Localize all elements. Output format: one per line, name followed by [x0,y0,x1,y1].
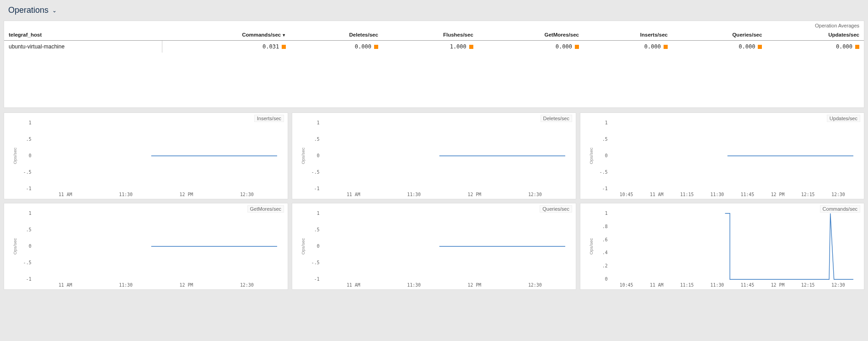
chart-plot: Ops/sec-1-.50.5111 AM11:3012 PM12:30 [292,113,576,199]
y-tick-label: -.5 [311,170,320,175]
status-marker-icon [758,45,762,49]
y-tick-label: -1 [602,186,608,191]
column-header[interactable]: Inserts/sec [584,29,672,41]
x-tick-label: 11:30 [710,192,724,197]
chart-card[interactable]: Queries/secOps/sec-1-.50.5111 AM11:3012 … [292,203,576,290]
y-tick-label: .4 [602,250,608,255]
x-tick-label: 11:30 [407,282,421,288]
column-header[interactable]: Flushes/sec [383,29,478,41]
cell-value: 0.000 [290,41,383,53]
chart-plot: Ops/sec-1-.50.5111 AM11:3012 PM12:30 [4,113,288,199]
y-tick-label: -.5 [23,170,32,175]
table-header-row: telegraf_hostCommands/sec▼Deletes/secFlu… [4,29,864,41]
column-header[interactable]: telegraf_host [4,29,162,41]
chart-title: Queries/sec [540,205,572,213]
chevron-down-icon: ⌄ [52,7,57,14]
table-row[interactable]: ubuntu-virtual-machine0.0310.0001.0000.0… [4,41,864,53]
chart-title: Commands/sec [820,205,860,213]
y-tick-label: .5 [26,137,32,142]
column-header[interactable]: GetMores/sec [478,29,584,41]
y-tick-label: 0 [29,153,32,158]
chart-plot: Ops/sec-1-.50.5111 AM11:3012 PM12:30 [292,203,576,289]
panel-subtitle: Operation Averages [4,21,864,29]
chart-card[interactable]: Deletes/secOps/sec-1-.50.5111 AM11:3012 … [292,112,576,199]
chart-title: Updates/sec [827,115,860,122]
table-empty-space [4,53,864,107]
x-tick-label: 12:30 [240,192,254,197]
x-tick-label: 12:30 [528,192,542,197]
chart-plot: Ops/sec-1-.50.5110:4511 AM11:1511:3011:4… [580,113,864,199]
chart-card[interactable]: Commands/secOps/sec0.2.4.6.8110:4511 AM1… [580,203,864,290]
chart-card[interactable]: GetMores/secOps/sec-1-.50.5111 AM11:3012… [4,203,288,290]
y-tick-label: .8 [602,224,608,229]
column-header[interactable]: Deletes/sec [290,29,383,41]
x-tick-label: 11:15 [680,192,694,197]
status-marker-icon [374,45,378,49]
cell-value: 0.031 [162,41,290,53]
data-series-line [725,213,853,279]
x-tick-label: 11:45 [740,282,754,288]
x-tick-label: 11 AM [650,192,664,197]
chart-title: GetMores/sec [247,205,284,213]
operations-table: telegraf_hostCommands/sec▼Deletes/secFlu… [4,29,864,53]
x-tick-label: 11:15 [680,282,694,288]
y-tick-label: 0 [605,277,608,282]
y-tick-label: 1 [317,120,320,125]
y-axis-label: Ops/sec [300,238,305,255]
column-header[interactable]: Queries/sec [672,29,766,41]
charts-grid: Inserts/secOps/sec-1-.50.5111 AM11:3012 … [0,112,868,293]
x-tick-label: 12:30 [831,282,845,288]
x-tick-label: 12 PM [180,192,193,197]
y-tick-label: 1 [605,211,608,216]
y-tick-label: -1 [26,186,32,191]
y-tick-label: .5 [26,227,32,232]
cell-host: ubuntu-virtual-machine [4,41,162,53]
chart-plot: Ops/sec-1-.50.5111 AM11:3012 PM12:30 [4,203,288,289]
x-tick-label: 10:45 [620,282,633,288]
cell-value: 0.000 [766,41,864,53]
y-tick-label: -.5 [23,260,32,265]
cell-value: 0.000 [478,41,584,53]
x-tick-label: 12:30 [240,282,254,288]
y-tick-label: 1 [29,211,32,216]
chart-card[interactable]: Inserts/secOps/sec-1-.50.5111 AM11:3012 … [4,112,288,199]
y-tick-label: .5 [314,227,320,232]
chart-title: Inserts/sec [254,115,284,122]
y-axis-label: Ops/sec [589,238,594,255]
x-tick-label: 12:30 [528,282,542,288]
x-tick-label: 11 AM [59,282,72,288]
cell-value: 0.000 [584,41,672,53]
y-tick-label: .5 [314,137,320,142]
x-tick-label: 12 PM [468,192,482,197]
status-marker-icon [575,45,579,49]
y-tick-label: 0 [605,153,608,158]
x-tick-label: 12:15 [801,282,815,288]
y-tick-label: 1 [29,120,32,125]
y-axis-label: Ops/sec [12,148,17,164]
chart-card[interactable]: Updates/secOps/sec-1-.50.5110:4511 AM11:… [580,112,864,199]
y-axis-label: Ops/sec [12,238,17,255]
x-tick-label: 12:15 [801,192,815,197]
column-header[interactable]: Updates/sec [766,29,864,41]
chart-plot: Ops/sec0.2.4.6.8110:4511 AM11:1511:3011:… [580,203,864,289]
cell-value: 0.000 [672,41,766,53]
status-marker-icon [282,45,286,49]
column-header[interactable]: Commands/sec▼ [162,29,290,41]
y-tick-label: .5 [602,137,608,142]
x-tick-label: 12:30 [831,192,845,197]
x-tick-label: 12 PM [771,282,785,288]
x-tick-label: 11:30 [119,282,133,288]
status-marker-icon [469,45,473,49]
panel-header[interactable]: Operations ⌄ [0,0,868,21]
table-body: ubuntu-virtual-machine0.0310.0001.0000.0… [4,41,864,53]
y-tick-label: 1 [605,120,608,125]
y-tick-label: 1 [317,211,320,216]
x-tick-label: 11:30 [407,192,421,197]
y-tick-label: -1 [314,186,320,191]
y-axis-label: Ops/sec [300,148,305,164]
status-marker-icon [855,45,859,49]
y-tick-label: -1 [26,277,32,282]
y-tick-label: -.5 [600,170,608,175]
y-tick-label: -1 [314,277,320,282]
x-tick-label: 11:45 [740,192,754,197]
